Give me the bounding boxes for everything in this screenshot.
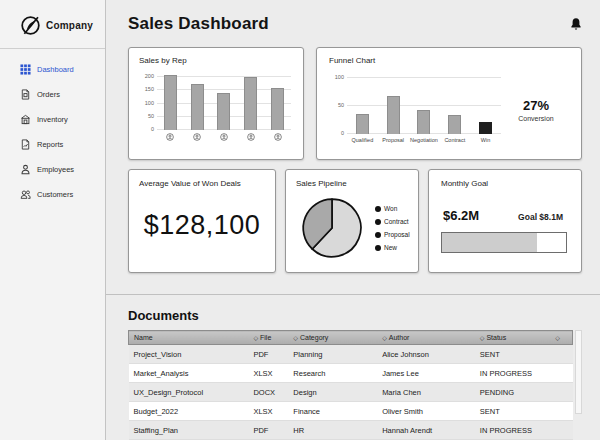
monthly-goal-card: Monthly Goal $6.2M Goal $8.1M — [428, 169, 582, 273]
sidebar-item-orders[interactable]: Orders — [0, 82, 105, 107]
bar — [479, 122, 492, 134]
column-header-sort-end[interactable]: ◇ — [550, 331, 572, 345]
sales-pipeline-title: Sales Pipeline — [296, 179, 408, 188]
table-cell: Research — [288, 364, 377, 383]
y-tick-label: 200 — [140, 73, 154, 79]
notification-bell-icon[interactable] — [570, 17, 582, 31]
rep-avatar-icon — [274, 133, 282, 141]
y-tick-label: 50 — [140, 113, 154, 119]
table-cell: DOCX — [248, 383, 288, 402]
section-divider — [106, 294, 600, 295]
column-header-status[interactable]: ◇Status — [475, 331, 550, 345]
rep-avatar-icon — [166, 133, 174, 141]
y-tick-label: 0 — [140, 126, 154, 132]
company-logo-icon — [20, 15, 41, 36]
sidebar-item-inventory[interactable]: Inventory — [0, 107, 105, 132]
conversion-value: 27% — [523, 98, 549, 113]
legend-item-contract: Contract — [375, 218, 410, 225]
bar — [448, 115, 461, 134]
funnel-chart-title: Funnel Chart — [329, 56, 569, 65]
document-icon — [20, 89, 31, 100]
goal-progress-bar — [441, 232, 567, 253]
grid-icon — [20, 64, 31, 75]
x-tick-label: Qualified — [352, 137, 374, 143]
bar — [164, 75, 177, 130]
sales-by-rep-title: Sales by Rep — [139, 56, 293, 65]
column-header-author[interactable]: ◇Author — [377, 331, 475, 345]
rep-avatar-icon — [247, 133, 255, 141]
rep-avatar-icon — [193, 133, 201, 141]
company-logo-row[interactable]: Company — [0, 0, 105, 48]
rep-avatar-icon — [220, 133, 228, 141]
y-tick-label: 50 — [330, 102, 344, 108]
documents-table-wrap: Name◇File◇Category◇Author◇Status◇ Projec… — [128, 330, 582, 440]
goal-target-label: Goal $8.1M — [518, 212, 563, 222]
table-row[interactable]: UX_Design_ProtocolDOCXDesignMaria ChenPE… — [129, 383, 573, 402]
sidebar-item-customers[interactable]: Customers — [0, 182, 105, 207]
legend-item-proposal: Proposal — [375, 231, 410, 238]
table-cell: IN PROGRESS — [475, 421, 550, 440]
bar — [356, 114, 369, 134]
column-header-name[interactable]: Name — [129, 331, 249, 345]
table-cell: Design — [288, 383, 377, 402]
sidebar-item-dashboard[interactable]: Dashboard — [0, 57, 105, 82]
pipeline-legend: WonContractProposalNew — [375, 205, 410, 251]
report-icon — [20, 139, 31, 150]
sales-pipeline-card: Sales Pipeline WonContractProposalNew — [285, 169, 419, 273]
table-cell: Oliver Smith — [377, 402, 475, 421]
table-cell: PDF — [248, 421, 288, 440]
table-cell-spacer — [550, 421, 572, 440]
sales-by-rep-card: Sales by Rep 050100150200 — [128, 47, 304, 160]
table-row[interactable]: Budget_2022XLSXFinanceOliver SmithSENT — [129, 402, 573, 421]
avg-won-deals-value: $128,100 — [139, 210, 265, 241]
documents-table: Name◇File◇Category◇Author◇Status◇ Projec… — [128, 330, 573, 440]
conversion-note: 27% Conversion — [503, 65, 569, 155]
table-cell-spacer — [550, 364, 572, 383]
sort-diamond-icon: ◇ — [253, 335, 258, 341]
table-cell: HR — [288, 421, 377, 440]
bar — [387, 96, 400, 134]
column-header-category[interactable]: ◇Category — [288, 331, 377, 345]
table-row[interactable]: Staffing_PlanPDFHRHannah ArendtIN PROGRE… — [129, 421, 573, 440]
y-tick-label: 150 — [140, 86, 154, 92]
table-cell: Budget_2022 — [129, 402, 249, 421]
avg-won-deals-title: Average Value of Won Deals — [139, 179, 265, 188]
sidebar-item-employees[interactable]: Employees — [0, 157, 105, 182]
table-cell: Planning — [288, 345, 377, 364]
table-cell: IN PROGRESS — [475, 364, 550, 383]
table-cell-spacer — [550, 402, 572, 421]
legend-item-new: New — [375, 244, 410, 251]
table-cell: Alice Johnson — [377, 345, 475, 364]
y-tick-label: 100 — [330, 74, 344, 80]
table-cell: XLSX — [248, 364, 288, 383]
table-cell: SENT — [475, 402, 550, 421]
sidebar-item-reports[interactable]: Reports — [0, 132, 105, 157]
table-cell: Maria Chen — [377, 383, 475, 402]
sort-diamond-icon: ◇ — [555, 335, 560, 341]
table-row[interactable]: Market_AnalysisXLSXResearchJames LeeIN P… — [129, 364, 573, 383]
y-tick-label: 0 — [330, 130, 344, 136]
bar — [244, 77, 257, 130]
table-cell: SENT — [475, 345, 550, 364]
sidebar-divider — [0, 48, 105, 49]
column-header-file[interactable]: ◇File — [248, 331, 288, 345]
page-title: Sales Dashboard — [128, 14, 269, 34]
documents-table-header-row: Name◇File◇Category◇Author◇Status◇ — [129, 331, 573, 345]
legend-dot-icon — [375, 245, 381, 251]
legend-dot-icon — [375, 219, 381, 225]
x-tick-label: Proposal — [382, 137, 404, 143]
sort-diamond-icon: ◇ — [293, 335, 298, 341]
table-scrollbar[interactable] — [575, 330, 582, 414]
table-cell: PDF — [248, 345, 288, 364]
sales-by-rep-chart: 050100150200 — [139, 72, 293, 141]
archive-icon — [20, 114, 31, 125]
table-cell: UX_Design_Protocol — [129, 383, 249, 402]
sort-diamond-icon: ◇ — [382, 335, 387, 341]
table-row[interactable]: Project_VisionPDFPlanningAlice JohnsonSE… — [129, 345, 573, 364]
sidebar: Company DashboardOrdersInventoryReportsE… — [0, 0, 106, 440]
legend-item-won: Won — [375, 205, 410, 212]
funnel-chart: 050100 QualifiedProposalNegotiationContr… — [329, 72, 503, 155]
x-tick-label: Negotiation — [410, 137, 438, 143]
table-cell: Market_Analysis — [129, 364, 249, 383]
funnel-chart-card: Funnel Chart 050100 QualifiedProposalNeg… — [316, 47, 582, 160]
